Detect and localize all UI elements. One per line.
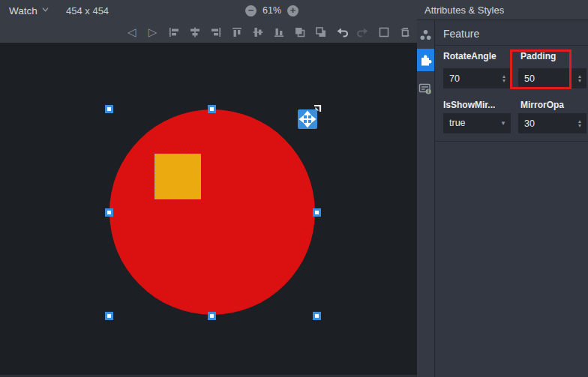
device-label: Watch	[9, 5, 38, 16]
align-vertical-center-icon[interactable]	[250, 25, 265, 39]
circle-shape[interactable]	[110, 109, 315, 315]
spinner-down-icon[interactable]: ▼	[578, 124, 582, 128]
selection-handle-bottom-right[interactable]	[313, 312, 321, 320]
align-horizontal-center-icon[interactable]	[188, 25, 202, 39]
top-bar: Watch 454 x 454 − 61% + Attributes & Sty…	[0, 0, 588, 21]
selection-handle-top-left[interactable]	[105, 105, 113, 113]
previous-icon[interactable]: ◁	[124, 25, 139, 39]
auto-resize-icon[interactable]	[398, 25, 412, 39]
selection-handle-middle-left[interactable]	[105, 208, 113, 217]
zoom-in-button[interactable]: +	[287, 5, 298, 16]
rotateangle-field: ▲ ▼	[443, 68, 511, 88]
bring-forward-icon[interactable]	[292, 25, 307, 39]
selection-handle-bottom-center[interactable]	[208, 312, 216, 320]
align-top-icon[interactable]	[230, 25, 244, 39]
zoom-out-button[interactable]: −	[245, 5, 256, 16]
next-icon[interactable]: ▷	[146, 25, 160, 39]
divider	[435, 45, 588, 46]
spinner-down-icon[interactable]: ▼	[578, 79, 582, 83]
square-shape[interactable]	[154, 154, 201, 199]
device-dropdown[interactable]: Watch	[9, 0, 49, 21]
zoom-level: 61%	[262, 5, 281, 16]
align-left-icon[interactable]	[166, 25, 181, 39]
isshowmirror-dropdown[interactable]: true ▼	[443, 113, 511, 133]
mirroropa-label: MirrorOpa	[520, 100, 564, 110]
puzzle-icon	[419, 54, 432, 67]
mirroropa-field: ▲ ▼	[518, 113, 586, 133]
padding-field: ▲ ▼	[518, 68, 586, 88]
canvas-toolbar: ◁ ▷	[0, 21, 417, 43]
selection-frame-icon[interactable]	[376, 25, 391, 39]
spinner-down-icon[interactable]: ▼	[502, 79, 506, 83]
padding-label: Padding	[520, 51, 556, 61]
padding-spinner[interactable]: ▲ ▼	[575, 68, 584, 88]
canvas-size-label: 454 x 454	[66, 0, 109, 21]
redo-icon[interactable]	[356, 25, 370, 39]
selection-handle-bottom-left[interactable]	[105, 312, 113, 320]
attributes-panel-header: Attributes & Styles	[417, 0, 588, 20]
align-bottom-icon[interactable]	[272, 25, 286, 39]
align-right-icon[interactable]	[208, 25, 223, 39]
mirroropa-spinner[interactable]: ▲ ▼	[575, 113, 584, 133]
design-tool-window: Watch 454 x 454 − 61% + Attributes & Sty…	[0, 0, 588, 377]
component-group-icon[interactable]	[417, 24, 434, 45]
isshowmirror-label: IsShowMir...	[443, 100, 495, 110]
design-canvas[interactable]	[0, 43, 417, 377]
send-backward-icon[interactable]	[314, 25, 328, 39]
feature-panel: Feature RotateAngle Padding ▲ ▼ ▲ ▼ IsSh…	[434, 20, 588, 377]
undo-icon[interactable]	[334, 25, 349, 39]
element-info-icon[interactable]: i	[417, 78, 434, 99]
selection-handle-middle-right[interactable]	[313, 208, 321, 217]
feature-tab-active[interactable]	[417, 49, 434, 71]
selection-handle-top-center[interactable]	[208, 105, 216, 113]
svg-text:i: i	[428, 88, 429, 94]
rotateangle-label: RotateAngle	[443, 51, 496, 61]
zoom-controls: − 61% +	[245, 0, 298, 21]
side-tab-strip: i	[417, 20, 434, 377]
dropdown-arrow-icon[interactable]: ▼	[500, 113, 506, 133]
chevron-down-icon	[42, 6, 49, 13]
move-tool-icon[interactable]	[298, 109, 317, 129]
divider	[435, 141, 588, 142]
rotateangle-spinner[interactable]: ▲ ▼	[500, 68, 508, 88]
section-title: Feature	[443, 28, 479, 40]
attributes-panel-title: Attributes & Styles	[424, 4, 504, 16]
